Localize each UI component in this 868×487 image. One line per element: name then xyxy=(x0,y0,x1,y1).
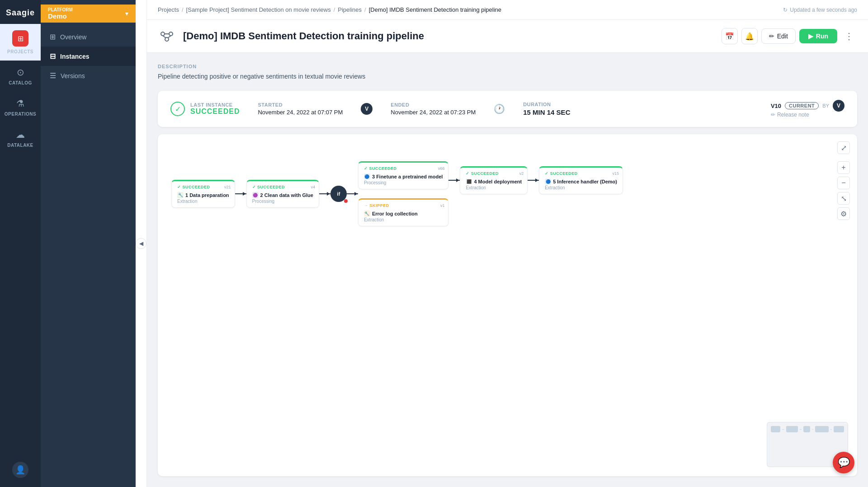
current-badge: CURRENT xyxy=(785,102,819,109)
app-logo: Saagie xyxy=(6,0,35,24)
node-1-version: v21 xyxy=(224,185,231,189)
platform-name: Demo xyxy=(48,12,73,20)
minimap-block-4 xyxy=(815,426,829,432)
duration-icon: 🕐 xyxy=(494,103,505,114)
nav-instances[interactable]: ⊟ Instances xyxy=(41,47,136,66)
node-4-type: Extraction xyxy=(466,185,522,190)
projects-label: PROJECTS xyxy=(7,49,33,54)
projects-icon: ⊞ xyxy=(12,30,28,47)
node-6-name: Error log collection xyxy=(372,211,418,216)
sidebar-collapse-btn[interactable]: ◀ xyxy=(136,238,146,249)
nav-versions[interactable]: ☰ Versions xyxy=(41,66,136,85)
version-info: V10 CURRENT BY V xyxy=(771,100,844,112)
versions-label: Versions xyxy=(61,72,85,80)
diagram-controls: ⤢ xyxy=(837,141,850,154)
edit-button[interactable]: ✏ Edit xyxy=(761,28,796,44)
second-nav: PLATFORM Demo ▾ ⊞ Overview ⊟ Instances ☰… xyxy=(41,0,136,487)
node-4-version: v2 xyxy=(519,171,524,176)
catalog-label: CATALOG xyxy=(9,80,32,85)
node-2-name: 2 Clean data with Glue xyxy=(260,192,313,198)
more-options-btn[interactable]: ⋮ xyxy=(841,28,857,44)
operations-label: OPERATIONS xyxy=(5,112,36,117)
sidebar-item-catalog[interactable]: ⊙ CATALOG xyxy=(0,61,41,92)
node-1[interactable]: ✓SUCCEEDED 🔧 1 Data preparation Extracti… xyxy=(171,180,235,208)
svg-line-4 xyxy=(163,36,166,38)
catalog-icon: ⊙ xyxy=(17,67,24,78)
breadcrumb-project[interactable]: [Sample Project] Sentiment Detection on … xyxy=(186,6,331,13)
datalake-icon: ☁ xyxy=(16,129,25,140)
node-6-version: v1 xyxy=(440,203,445,208)
notification-btn[interactable]: 🔔 xyxy=(741,28,758,44)
zoom-in-btn[interactable]: + xyxy=(837,161,850,174)
node-2-version: v4 xyxy=(311,185,315,189)
pipeline-title: [Demo] IMDB Sentiment Detection training… xyxy=(183,30,714,42)
breadcrumb-pipelines[interactable]: Pipelines xyxy=(338,6,362,13)
node-5-icon: 🔵 xyxy=(545,178,551,185)
chat-btn[interactable]: 💬 xyxy=(833,452,854,473)
minimap-block-1 xyxy=(771,426,780,432)
breadcrumb-sep-1: / xyxy=(182,6,184,13)
node-6[interactable]: →SKIPPED 🔧 Error log collection Extracti… xyxy=(358,198,448,226)
node-3[interactable]: ✓SUCCEEDED 🔵 3 Finetune a pretrained mod… xyxy=(358,161,448,189)
sidebar: Saagie ⊞ PROJECTS ⊙ CATALOG ⚗ OPERATIONS… xyxy=(0,0,41,487)
version-by-label: BY xyxy=(822,103,829,108)
settings-diagram-btn[interactable]: ⚙ xyxy=(837,207,850,220)
node-4[interactable]: ✓SUCCEEDED ⬛ 4 Model deployment Extracti… xyxy=(460,166,528,194)
user-avatar-btn[interactable]: 👤 xyxy=(12,462,28,478)
node-5-name: 5 Inference handler (Demo) xyxy=(553,179,617,184)
ended-meta: ENDED November 24, 2022 at 07:23 PM xyxy=(391,102,476,116)
ended-label: ENDED xyxy=(391,102,476,108)
breadcrumb-projects[interactable]: Projects xyxy=(158,6,179,13)
operations-icon: ⚗ xyxy=(16,98,24,109)
node-4-name: 4 Model deployment xyxy=(474,179,522,184)
started-value: November 24, 2022 at 07:07 PM xyxy=(258,109,343,116)
started-label: STARTED xyxy=(258,102,343,108)
release-note-btn[interactable]: ✏ Release note xyxy=(771,112,844,118)
calendar-btn[interactable]: 📅 xyxy=(722,28,738,44)
node-5-version: v15 xyxy=(613,171,619,176)
node-2[interactable]: ✓SUCCEEDED 🟣 2 Clean data with Glue Proc… xyxy=(246,180,319,208)
branch-area: ✓SUCCEEDED 🔵 3 Finetune a pretrained mod… xyxy=(358,161,448,226)
description-section: DESCRIPTION Pipeline detecting positive … xyxy=(158,64,857,80)
node-1-type: Extraction xyxy=(177,199,229,204)
if-dot xyxy=(344,199,348,203)
minimap-block-5 xyxy=(834,426,844,432)
node-2-type: Processing xyxy=(252,199,313,204)
description-text: Pipeline detecting positive or negative … xyxy=(158,73,857,80)
instances-label: Instances xyxy=(60,53,90,60)
instances-icon: ⊟ xyxy=(50,52,56,61)
sidebar-item-projects[interactable]: ⊞ PROJECTS xyxy=(0,24,41,61)
node-3-status: ✓SUCCEEDED xyxy=(364,166,443,171)
refresh-icon: ↻ xyxy=(783,7,788,13)
run-button[interactable]: ▶ Run xyxy=(799,29,837,43)
edit-release-icon: ✏ xyxy=(771,112,775,118)
description-label: DESCRIPTION xyxy=(158,64,857,69)
fit-btn[interactable]: ⤡ xyxy=(837,192,850,205)
nav-overview[interactable]: ⊞ Overview xyxy=(41,27,136,47)
pipeline-content: DESCRIPTION Pipeline detecting positive … xyxy=(147,53,868,487)
sidebar-item-datalake[interactable]: ☁ DATALAKE xyxy=(0,123,41,154)
node-1-status: ✓SUCCEEDED xyxy=(177,185,229,189)
node-3-icon: 🔵 xyxy=(364,173,370,180)
instance-card: ✓ LAST INSTANCE SUCCEEDED STARTED Novemb… xyxy=(158,91,857,127)
connector-2-if xyxy=(319,193,330,194)
expand-btn[interactable]: ⤢ xyxy=(837,141,850,154)
node-1-icon: 🔧 xyxy=(177,192,184,198)
run-icon: ▶ xyxy=(808,33,813,40)
header-actions: 📅 🔔 ✏ Edit ▶ Run ⋮ xyxy=(722,28,857,44)
edit-icon: ✏ xyxy=(769,33,774,40)
node-5[interactable]: ✓SUCCEEDED 🔵 5 Inference handler (Demo) … xyxy=(539,166,623,194)
if-node[interactable]: if xyxy=(330,186,347,202)
node-2-icon: 🟣 xyxy=(252,192,259,198)
node-3-type: Processing xyxy=(364,180,443,185)
breadcrumb: Projects / [Sample Project] Sentiment De… xyxy=(158,6,501,13)
node-3-name: 3 Finetune a pretrained model xyxy=(372,174,443,179)
breadcrumb-current: [Demo] IMDB Sentiment Detection training… xyxy=(369,6,501,13)
minimap-block-3 xyxy=(803,426,810,432)
last-instance-label: LAST INSTANCE xyxy=(190,102,240,108)
platform-selector[interactable]: PLATFORM Demo ▾ xyxy=(41,5,136,23)
version-by-avatar: V xyxy=(833,100,844,112)
sidebar-item-operations[interactable]: ⚗ OPERATIONS xyxy=(0,92,41,123)
zoom-out-btn[interactable]: − xyxy=(837,177,850,189)
started-meta: STARTED November 24, 2022 at 07:07 PM xyxy=(258,102,343,116)
